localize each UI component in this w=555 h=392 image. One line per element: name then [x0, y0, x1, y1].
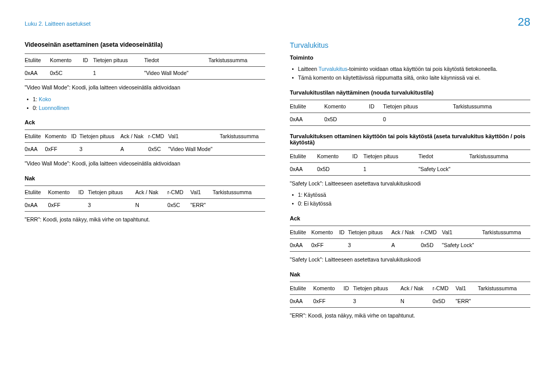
th: r-CMD [149, 130, 169, 143]
list-item: 0: Ei käytössä [292, 199, 530, 208]
th: ID [369, 100, 383, 113]
right-column: Turvalukitus Toiminto Laitteen Turvaluki… [290, 41, 530, 323]
th: r-CMD [168, 186, 191, 199]
th: ID [71, 130, 79, 143]
th: ID [343, 282, 353, 294]
th: Val1 [456, 282, 478, 294]
bullet-accent: Luonnollinen [39, 105, 69, 111]
right-table-4: Etuliite Komento ID Tietojen pituus Ack … [290, 282, 530, 308]
th: Etuliite [25, 186, 48, 199]
td: 0xAA [25, 143, 45, 156]
right-note-3: "ERR": Koodi, josta näkyy, mikä virhe on… [290, 312, 530, 320]
td: 0xFF [311, 238, 339, 251]
td: "Video Wall Mode" [144, 67, 208, 80]
th: Komento [311, 226, 339, 238]
bullet-text: Tämä komento on käytettävissä riippumatt… [298, 74, 480, 81]
td: 0xAA [25, 67, 50, 80]
td: 0xAA [290, 294, 313, 307]
td [369, 113, 383, 125]
th: Tarkistussumma [469, 150, 530, 162]
th: Val1 [442, 226, 482, 238]
right-bullets-1: Laitteen Turvalukitus-toiminto voidaan o… [290, 65, 530, 82]
th: Komento [50, 54, 83, 67]
breadcrumb: Luku 2. Laitteen asetukset [25, 21, 530, 27]
td: 1 [363, 162, 418, 175]
th: Tarkistussumma [453, 100, 530, 113]
td: 0x5D [317, 162, 353, 175]
th: Tietojen pituus [88, 186, 135, 199]
th: ID [352, 150, 363, 162]
right-table-1: Etuliite Komento ID Tietojen pituus Tark… [290, 100, 530, 126]
th: Tarkistussumma [219, 130, 265, 143]
left-bullets-1: 1: Koko 0: Luonnollinen [25, 95, 265, 113]
th: Komento [324, 100, 369, 113]
right-ack-label: Ack [290, 215, 530, 221]
td: 3 [348, 238, 392, 251]
td: "Video Wall Mode" [168, 143, 219, 156]
td [71, 143, 79, 156]
th: Tarkistussumma [213, 186, 265, 199]
right-bullets-2: 1: Käytössä 0: Ei käytössä [290, 191, 530, 208]
left-note-1: "Video Wall Mode": Koodi, jolla laitteen… [25, 84, 265, 92]
th: Ack / Nak [391, 226, 421, 238]
td: 0xAA [290, 162, 317, 175]
left-nak-label: Nak [25, 175, 265, 181]
th: Tarkistussumma [478, 282, 530, 294]
th: Etuliite [290, 100, 324, 113]
td: 3 [353, 294, 400, 307]
bullet-text: Laitteen [298, 66, 319, 72]
th: Tarkistussumma [482, 226, 530, 238]
right-note-2: "Safety Lock": Laitteeseen asetettava tu… [290, 256, 530, 264]
list-item: 0: Luonnollinen [27, 104, 265, 113]
bullet-prefix: 1: [33, 96, 39, 102]
th: Ack / Nak [120, 130, 148, 143]
td: N [400, 294, 433, 307]
th: Val1 [168, 130, 219, 143]
left-table-1: Etuliite Komento ID Tietojen pituus Tied… [25, 53, 265, 80]
td: "ERR" [191, 199, 213, 212]
td: 1 [93, 67, 144, 80]
th: ID [83, 54, 93, 67]
td: 3 [88, 199, 135, 212]
td: 0x5D [421, 238, 442, 251]
td: 0xFF [313, 294, 344, 307]
right-subhead-1: Toiminto [290, 54, 530, 61]
th: Val1 [191, 186, 213, 199]
td: 0xAA [290, 113, 324, 125]
td: 0x5D [433, 294, 456, 307]
td: "ERR" [456, 294, 478, 307]
td: 0x5C [149, 143, 169, 156]
page-number: 28 [518, 15, 530, 29]
td [453, 113, 530, 125]
th: Tietojen pituus [348, 226, 392, 238]
td: 0x5C [50, 67, 83, 80]
th: Tiedot [418, 150, 469, 162]
th: Tietojen pituus [353, 282, 400, 294]
td [208, 67, 265, 80]
bullet-accent: Koko [39, 96, 51, 102]
td: 0 [383, 113, 453, 125]
left-note-3: "ERR": Koodi, josta näkyy, mikä virhe on… [25, 216, 265, 224]
th: Tiedot [144, 54, 208, 67]
th: Komento [317, 150, 353, 162]
td: "Safety Lock" [442, 238, 482, 251]
th: Tietojen pituus [80, 130, 121, 143]
th: Etuliite [290, 282, 313, 294]
th: Komento [313, 282, 344, 294]
td: 0x5D [324, 113, 369, 125]
bullet-prefix: 0: [33, 105, 39, 111]
list-item: Tämä komento on käytettävissä riippumatt… [292, 73, 530, 82]
left-table-2: Etuliite Komento ID Tietojen pituus Ack … [25, 129, 265, 156]
td [83, 67, 93, 80]
th: Ack / Nak [135, 186, 168, 199]
td: 0xFF [45, 143, 71, 156]
th: Komento [45, 130, 71, 143]
right-note-1: "Safety Lock": Laitteeseen asetettava tu… [290, 180, 530, 188]
th: Etuliite [25, 130, 45, 143]
left-ack-label: Ack [25, 119, 265, 125]
td: "Safety Lock" [418, 162, 469, 175]
td [478, 294, 530, 307]
list-item: 1: Käytössä [292, 191, 530, 199]
left-column: Videoseinän asettaminen (aseta videosein… [25, 41, 265, 323]
left-table-3: Etuliite Komento ID Tietojen pituus Ack … [25, 185, 265, 212]
